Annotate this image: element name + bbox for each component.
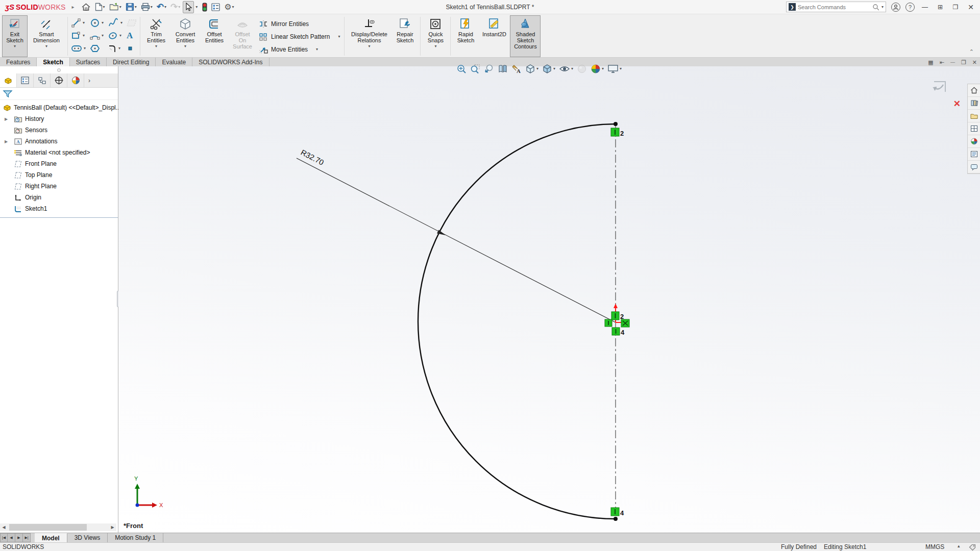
relation-badge-bottom[interactable]: 4	[611, 508, 624, 517]
units-caret[interactable]: ▴	[958, 543, 960, 548]
fm-tab-dimxpertmanager[interactable]	[51, 73, 67, 87]
redo-caret[interactable]: ▾	[178, 5, 180, 9]
repair-sketch-button[interactable]: Repair Sketch	[391, 15, 418, 57]
tp-view-palette[interactable]	[968, 122, 980, 135]
smart-dimension-button[interactable]: Smart Dimension ▾	[28, 15, 65, 57]
sketch-arc[interactable]	[418, 124, 616, 519]
child-restore-icon[interactable]: ❐	[961, 59, 966, 66]
tree-item-top-plane[interactable]: Top Plane	[0, 169, 118, 181]
expander-icon[interactable]: ▶	[5, 117, 8, 121]
split-view-icon[interactable]: ▦	[928, 59, 933, 66]
tree-splitter[interactable]	[0, 217, 118, 218]
print-caret[interactable]: ▾	[151, 5, 153, 9]
linear-sketch-pattern-button[interactable]: Linear Sketch Pattern ▾	[257, 31, 342, 42]
tree-item-annotations[interactable]: ▶ A Annotations	[0, 136, 118, 147]
tab-direct-editing[interactable]: Direct Editing	[107, 58, 156, 66]
slot-tool[interactable]: ▾	[70, 43, 87, 54]
slot-caret[interactable]: ▾	[84, 46, 86, 51]
fm-tab-displaymanager[interactable]	[67, 73, 84, 87]
instant2d-button[interactable]: Instant2D	[478, 15, 510, 57]
offset-on-surface-button[interactable]: Offset On Surface	[228, 15, 257, 57]
exit-sketch-button[interactable]: Exit Sketch ▾	[2, 15, 28, 57]
pin-commandmanager-icon[interactable]: ⇤	[940, 59, 944, 66]
open-caret[interactable]: ▾	[119, 5, 121, 9]
ellipse-tool[interactable]: ▾	[107, 30, 124, 41]
tree-root[interactable]: TennisBall (Default) <<Default>_Displ...	[0, 102, 118, 113]
tree-item-origin[interactable]: Origin	[0, 192, 118, 203]
previous-tab-button[interactable]: ◀	[8, 533, 15, 542]
next-tab-button[interactable]: ▶	[15, 533, 23, 542]
tab-motion-study-1[interactable]: Motion Study 1	[108, 533, 163, 542]
home-button[interactable]	[80, 1, 92, 13]
units-selector[interactable]: MMGS	[925, 543, 944, 550]
convert-entities-button[interactable]: Convert Entities ▾	[170, 15, 201, 57]
fillet-tool[interactable]: ▾	[107, 43, 124, 54]
point-tool[interactable]	[126, 43, 138, 54]
tab-solidworks-addins[interactable]: SOLIDWORKS Add-Ins	[192, 58, 269, 66]
tp-design-library[interactable]	[968, 97, 980, 110]
print-button[interactable]: ▾	[139, 1, 154, 13]
search-commands-box[interactable]: ❯ ▾	[786, 2, 886, 12]
shaded-sketch-contours-button[interactable]: Shaded Sketch Contours	[510, 15, 541, 57]
scroll-track[interactable]	[8, 523, 109, 531]
relation-badge-center-right[interactable]	[621, 319, 629, 327]
relation-badge-center-left[interactable]	[605, 319, 612, 327]
scroll-thumb[interactable]	[9, 524, 87, 531]
tab-evaluate[interactable]: Evaluate	[156, 58, 192, 66]
spline-tool[interactable]: ▾	[107, 17, 124, 29]
convert-caret[interactable]: ▾	[184, 44, 186, 48]
fm-tabs-overflow-chevron[interactable]: ›	[84, 73, 94, 87]
rebuild-button[interactable]	[201, 1, 209, 13]
scroll-right-button[interactable]: ▶	[109, 523, 116, 531]
tab-features[interactable]: Features	[0, 58, 37, 66]
rectangle-caret[interactable]: ▾	[83, 34, 85, 38]
smart-dimension-caret[interactable]: ▾	[45, 44, 47, 48]
undo-caret[interactable]: ▾	[164, 5, 166, 9]
display-delete-caret[interactable]: ▾	[368, 44, 370, 48]
menu-flyout-arrow[interactable]: ▸	[72, 4, 75, 10]
move-entities-caret[interactable]: ▾	[316, 47, 318, 52]
search-caret[interactable]: ▾	[881, 5, 884, 9]
arc-endpoint-bottom[interactable]	[614, 517, 618, 521]
tab-3d-views[interactable]: 3D Views	[67, 533, 108, 542]
tags-button[interactable]	[969, 544, 976, 550]
tp-custom-properties[interactable]	[968, 148, 980, 161]
mirror-entities-button[interactable]: Mirror Entities	[257, 18, 342, 30]
quick-snaps-button[interactable]: Quick Snaps ▾	[423, 15, 448, 57]
tab-surfaces[interactable]: Surfaces	[70, 58, 107, 66]
exit-sketch-caret[interactable]: ▾	[14, 44, 16, 48]
new-document-caret[interactable]: ▾	[103, 5, 105, 9]
options-button[interactable]: ⚙ ▾	[223, 1, 235, 13]
save-button[interactable]: ▾	[124, 1, 138, 13]
panel-grip[interactable]	[0, 66, 118, 73]
tree-item-sketch1[interactable]: Sketch1	[0, 203, 118, 214]
first-tab-button[interactable]: |◀	[0, 533, 8, 542]
save-caret[interactable]: ▾	[135, 5, 137, 9]
tp-appearances[interactable]	[968, 135, 980, 148]
tree-item-material[interactable]: Material <not specified>	[0, 147, 118, 158]
child-close-icon[interactable]: ✕	[972, 59, 977, 66]
tp-file-explorer[interactable]	[968, 110, 980, 122]
circle-caret[interactable]: ▾	[102, 21, 104, 25]
span-displays-button[interactable]: ⊞	[935, 4, 945, 11]
sketch-canvas[interactable]: R32.70 2 2	[118, 66, 980, 533]
fm-tab-configurationmanager[interactable]	[34, 73, 51, 87]
offset-entities-button[interactable]: Offset Entities	[201, 15, 228, 57]
trim-entities-button[interactable]: Trim Entities ▾	[142, 15, 170, 57]
close-button[interactable]: ✕	[966, 3, 976, 11]
file-properties-button[interactable]	[210, 1, 222, 13]
fm-tab-propertymanager[interactable]	[17, 73, 34, 87]
child-minimize-icon[interactable]: —	[950, 60, 955, 65]
polygon-tool[interactable]	[89, 43, 105, 54]
options-caret[interactable]: ▾	[232, 5, 234, 9]
circle-tool[interactable]: ▾	[89, 17, 105, 29]
open-button[interactable]: ▾	[108, 1, 123, 13]
radius-dimension-text[interactable]: R32.70	[300, 148, 326, 167]
tab-sketch[interactable]: Sketch	[37, 58, 69, 66]
ribbon-collapse-chevron[interactable]: ⌃	[969, 48, 974, 55]
new-document-button[interactable]: ▾	[93, 1, 107, 13]
minimize-button[interactable]: —	[920, 4, 930, 11]
panel-horizontal-scrollbar[interactable]: ◀ ▶	[0, 523, 116, 531]
move-entities-button[interactable]: Move Entities ▾	[257, 43, 342, 55]
undo-button[interactable]: ↶ ▾	[155, 1, 168, 13]
